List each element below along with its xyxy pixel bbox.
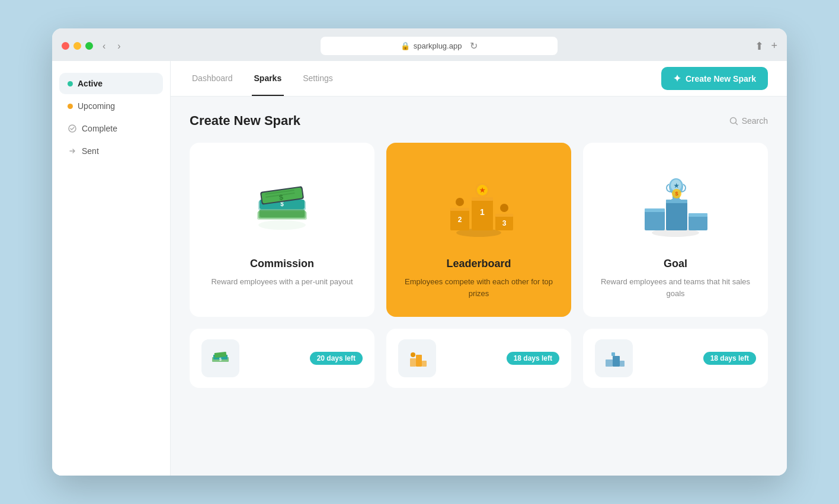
goal-desc: Reward employees and teams that hit sale… (598, 276, 752, 299)
top-nav: Dashboard Sparks Settings ✦ Create New S… (171, 61, 787, 97)
refresh-button[interactable]: ↻ (470, 40, 478, 52)
active-dot-icon (68, 81, 73, 86)
browser-chrome: ‹ › 🔒 sparkplug.app ↻ ⬆ + (52, 28, 787, 61)
bottom-card-1[interactable]: $ 20 days left (190, 329, 374, 388)
svg-rect-48 (410, 358, 416, 367)
days-badge-1: 20 days left (310, 352, 363, 365)
svg-text:★: ★ (674, 182, 680, 189)
back-button[interactable]: ‹ (100, 40, 108, 53)
browser-actions: ⬆ + (755, 40, 777, 53)
svg-rect-35 (689, 215, 707, 230)
nav-tabs: Dashboard Sparks Settings (190, 61, 335, 96)
share-button[interactable]: ⬆ (755, 40, 764, 53)
svg-rect-41 (671, 199, 681, 201)
svg-rect-52 (606, 359, 613, 367)
svg-rect-31 (645, 210, 665, 230)
minimize-button[interactable] (73, 42, 81, 50)
page-title: Create New Spark (190, 113, 300, 129)
svg-rect-53 (613, 356, 620, 367)
svg-rect-54 (620, 361, 625, 367)
lock-icon: 🔒 (401, 41, 410, 50)
app-body: Active Upcoming Complete (52, 61, 787, 476)
sidebar-item-upcoming[interactable]: Upcoming (59, 95, 163, 117)
svg-text:$: $ (675, 191, 678, 197)
bottom-cards: $ 20 days left (190, 329, 768, 388)
days-badge-3: 18 days left (703, 352, 756, 365)
svg-rect-32 (645, 208, 665, 212)
leaderboard-illustration: 2 1 3 ★ (431, 163, 526, 246)
commission-desc: Reward employees with a per-unit payout (211, 276, 353, 288)
browser-window: ‹ › 🔒 sparkplug.app ↻ ⬆ + Active Upcomin… (52, 28, 787, 476)
goal-title: Goal (664, 258, 687, 270)
sidebar: Active Upcoming Complete (52, 61, 171, 476)
svg-text:1: 1 (480, 207, 485, 217)
bottom-card-2[interactable]: 18 days left (386, 329, 571, 388)
sidebar-item-sent[interactable]: Sent (59, 140, 163, 162)
tab-dashboard[interactable]: Dashboard (190, 61, 235, 96)
sidebar-active-label: Active (78, 79, 103, 88)
upcoming-dot-icon (68, 104, 73, 109)
spark-type-cards: $ $ Commission (190, 143, 768, 317)
days-badge-2: 18 days left (507, 352, 559, 365)
search-icon (729, 117, 738, 126)
create-btn-label: Create New Spark (686, 74, 756, 84)
close-button[interactable] (62, 42, 69, 50)
sent-icon (68, 146, 77, 156)
svg-rect-18 (472, 197, 493, 201)
svg-rect-16 (450, 208, 469, 211)
commission-illustration: $ $ (235, 163, 329, 246)
content-area: Create New Spark Search (171, 97, 787, 405)
create-new-spark-button[interactable]: ✦ Create New Spark (661, 67, 768, 90)
sidebar-sent-label: Sent (82, 146, 99, 156)
svg-rect-20 (495, 214, 513, 217)
traffic-lights (62, 42, 93, 50)
sidebar-item-complete[interactable]: Complete (59, 118, 163, 139)
content-header: Create New Spark Search (190, 113, 768, 129)
main-content: Dashboard Sparks Settings ✦ Create New S… (171, 61, 787, 476)
create-btn-icon: ✦ (673, 73, 681, 84)
commission-card[interactable]: $ $ Commission (190, 143, 374, 317)
svg-rect-50 (422, 361, 427, 367)
search-label: Search (742, 116, 768, 126)
svg-text:$: $ (219, 357, 222, 362)
svg-text:2: 2 (458, 216, 462, 224)
forward-button[interactable]: › (115, 40, 123, 53)
bottom-card-2-icon (398, 339, 436, 377)
goal-illustration: ★ $ (628, 163, 723, 246)
bottom-card-3-icon (595, 339, 633, 377)
svg-point-29 (500, 204, 508, 212)
leaderboard-desc: Employees compete with each other for to… (402, 276, 556, 299)
svg-rect-55 (611, 352, 615, 356)
svg-point-2 (258, 220, 306, 230)
complete-icon (68, 124, 77, 133)
tab-settings[interactable]: Settings (300, 61, 335, 96)
svg-point-27 (456, 198, 464, 206)
tab-sparks[interactable]: Sparks (252, 61, 284, 96)
sidebar-upcoming-label: Upcoming (78, 101, 115, 111)
sidebar-item-active[interactable]: Active (59, 73, 163, 94)
svg-rect-49 (416, 355, 422, 367)
bottom-card-3[interactable]: 18 days left (583, 329, 768, 388)
svg-rect-33 (666, 201, 687, 230)
goal-card[interactable]: ★ $ Goal Rewa (583, 143, 768, 317)
leaderboard-card[interactable]: 2 1 3 ★ (386, 143, 571, 317)
leaderboard-title: Leaderboard (446, 258, 511, 270)
bottom-card-1-icon: $ (201, 339, 239, 377)
sidebar-complete-label: Complete (82, 124, 117, 133)
commission-title: Commission (250, 258, 314, 270)
svg-text:★: ★ (479, 187, 486, 194)
svg-text:3: 3 (502, 219, 507, 227)
svg-rect-36 (689, 213, 707, 217)
address-bar[interactable]: 🔒 sparkplug.app ↻ (321, 37, 558, 55)
svg-point-51 (411, 352, 415, 357)
maximize-button[interactable] (85, 42, 93, 50)
url-text: sparkplug.app (414, 41, 462, 50)
svg-rect-5 (260, 209, 305, 217)
new-tab-button[interactable]: + (771, 40, 777, 52)
search-area[interactable]: Search (729, 116, 768, 126)
